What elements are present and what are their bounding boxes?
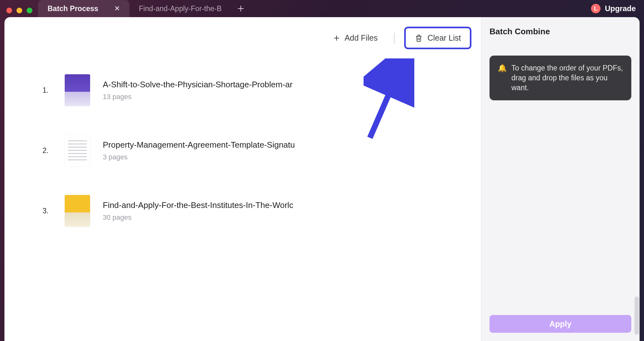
row-index: 3. (43, 207, 52, 215)
file-thumbnail (65, 74, 90, 106)
bell-icon: 🔔 (498, 63, 507, 93)
add-files-label: Add Files (345, 33, 378, 43)
row-index: 1. (43, 86, 52, 95)
new-tab-button[interactable] (231, 0, 250, 17)
add-files-button[interactable]: Add Files (326, 29, 384, 47)
scrollbar-thumb[interactable] (634, 297, 639, 335)
panel-title: Batch Combine (490, 27, 631, 37)
avatar[interactable]: L (591, 4, 601, 13)
list-item[interactable]: 1. A-Shift-to-Solve-the-Physician-Shorta… (43, 74, 462, 106)
file-name: A-Shift-to-Solve-the-Physician-Shortage-… (103, 80, 292, 90)
window-minimize-dot[interactable] (16, 8, 22, 13)
list-item[interactable]: 2. Property-Management-Agreement-Templat… (43, 135, 462, 166)
page-count: 13 pages (103, 93, 292, 101)
file-name: Find-and-Apply-For-the-Best-Institutes-I… (103, 200, 293, 210)
window-close-dot[interactable] (6, 8, 12, 13)
window-traffic-lights[interactable] (6, 8, 32, 13)
trash-icon (415, 34, 423, 43)
page-count: 3 pages (103, 153, 295, 161)
upgrade-label: Upgrade (605, 4, 636, 13)
page-count: 30 pages (103, 213, 293, 222)
tab-label: Find-and-Apply-For-the-B (139, 4, 222, 13)
tab-label: Batch Process (48, 4, 98, 13)
tip-text: To change the order of your PDFs, drag a… (511, 63, 623, 93)
plus-icon (333, 35, 340, 42)
file-name: Property-Management-Agreement-Template-S… (103, 140, 295, 150)
file-thumbnail (65, 195, 90, 227)
tab-bar: Batch Process ✕ Find-and-Apply-For-the-B (38, 0, 644, 17)
row-index: 2. (43, 146, 52, 155)
avatar-initial: L (594, 5, 597, 12)
tab-secondary[interactable]: Find-and-Apply-For-the-B (129, 0, 231, 17)
clear-list-label: Clear List (427, 33, 461, 43)
window-zoom-dot[interactable] (27, 8, 32, 13)
upgrade-button[interactable]: L Upgrade (591, 4, 636, 13)
tip-banner: 🔔 To change the order of your PDFs, drag… (490, 56, 631, 100)
plus-icon (237, 5, 244, 12)
toolbar-divider (394, 33, 395, 43)
list-item[interactable]: 3. Find-and-Apply-For-the-Best-Institute… (43, 195, 462, 227)
close-icon[interactable]: ✕ (114, 4, 120, 13)
tab-batch-process[interactable]: Batch Process ✕ (38, 0, 129, 17)
apply-button[interactable]: Apply (490, 315, 631, 333)
file-thumbnail (65, 135, 90, 166)
apply-label: Apply (549, 319, 571, 328)
clear-list-button[interactable]: Clear List (404, 27, 471, 49)
file-list: 1. A-Shift-to-Solve-the-Physician-Shorta… (43, 74, 462, 227)
